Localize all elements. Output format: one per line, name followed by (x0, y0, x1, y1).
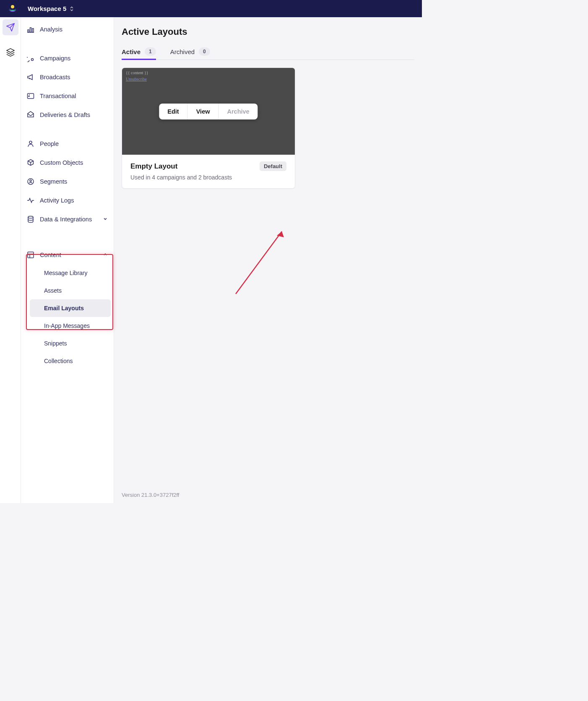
layout-preview: {{ content }} Unsubscribe Edit View Arch… (122, 68, 295, 155)
nav-data-integrations[interactable]: Data & Integrations (21, 210, 114, 228)
nav-custom-objects-label: Custom Objects (40, 159, 83, 166)
layout-card-footer: Empty Layout Default Used in 4 campaigns… (122, 155, 295, 188)
rail-layers[interactable] (3, 44, 18, 60)
nav-campaigns-label: Campaigns (40, 55, 70, 62)
nav-deliveries-label: Deliveries & Drafts (40, 112, 90, 118)
svg-point-0 (11, 5, 14, 8)
nav-message-library[interactable]: Message Library (30, 264, 111, 282)
people-icon (27, 140, 34, 148)
tab-archived[interactable]: Archived 0 (170, 47, 210, 60)
nav-in-app-messages[interactable]: In-App Messages (30, 317, 111, 335)
archive-button[interactable]: Archive (218, 104, 258, 119)
nav-custom-objects[interactable]: Custom Objects (21, 153, 114, 172)
nav-snippets-label: Snippets (44, 340, 67, 347)
segments-icon (27, 178, 34, 185)
nav-analysis[interactable]: Analysis (21, 20, 114, 39)
tab-archived-label: Archived (170, 48, 195, 55)
sidebar: Analysis Campaigns Broadcasts Transactio… (21, 17, 114, 503)
nav-in-app-messages-label: In-App Messages (44, 322, 90, 329)
svg-rect-11 (28, 252, 34, 258)
nav-broadcasts[interactable]: Broadcasts (21, 68, 114, 86)
chevron-down-icon (103, 216, 108, 223)
annotation-arrow-icon (228, 221, 295, 300)
nav-broadcasts-label: Broadcasts (40, 74, 70, 80)
analysis-icon (27, 26, 34, 33)
version-text: Version 21.3.0+3727f2ff (122, 492, 414, 498)
transactional-icon (27, 92, 34, 100)
svg-marker-13 (277, 231, 284, 237)
nav-assets[interactable]: Assets (30, 282, 111, 299)
chevron-up-icon (103, 252, 108, 258)
nav-snippets[interactable]: Snippets (30, 335, 111, 352)
tab-active[interactable]: Active 1 (122, 47, 156, 60)
view-button[interactable]: View (187, 104, 219, 119)
custom-objects-icon (27, 159, 34, 166)
nav-data-integrations-label: Data & Integrations (40, 216, 92, 223)
topbar: Workspace 5 (0, 0, 422, 17)
layout-name: Empty Layout (130, 162, 177, 171)
activity-logs-icon (27, 197, 34, 204)
tab-active-count: 1 (145, 47, 156, 56)
nav-analysis-label: Analysis (40, 26, 62, 33)
nav-assets-label: Assets (44, 287, 62, 294)
nav-email-layouts-label: Email Layouts (44, 305, 84, 312)
nav-people[interactable]: People (21, 134, 114, 153)
nav-activity-logs-label: Activity Logs (40, 197, 74, 204)
nav-people-label: People (40, 140, 59, 147)
rail-send[interactable] (3, 19, 18, 35)
nav-email-layouts[interactable]: Email Layouts (30, 299, 111, 317)
layout-card: {{ content }} Unsubscribe Edit View Arch… (122, 68, 295, 189)
icon-rail (0, 17, 21, 503)
content-icon (27, 251, 34, 259)
svg-point-7 (29, 141, 32, 143)
chevron-updown-icon (70, 6, 74, 11)
default-badge: Default (260, 161, 286, 171)
nav-segments[interactable]: Segments (21, 172, 114, 191)
tabs: Active 1 Archived 0 (122, 47, 414, 60)
workspace-selector[interactable]: Workspace 5 (28, 5, 74, 12)
svg-point-4 (31, 58, 34, 60)
svg-line-12 (236, 231, 282, 294)
svg-point-10 (28, 216, 33, 218)
nav-activity-logs[interactable]: Activity Logs (21, 191, 114, 210)
svg-point-9 (30, 180, 31, 182)
campaigns-icon (27, 55, 34, 62)
page-title: Active Layouts (122, 26, 414, 37)
edit-button[interactable]: Edit (159, 104, 187, 119)
svg-rect-3 (32, 29, 34, 32)
nav-collections-label: Collections (44, 358, 73, 364)
preview-unsubscribe-link: Unsubscribe (126, 77, 291, 81)
layout-usage: Used in 4 campaigns and 2 broadcasts (130, 174, 286, 181)
nav-content[interactable]: Content (21, 245, 114, 264)
nav-transactional-label: Transactional (40, 93, 76, 99)
deliveries-icon (27, 111, 34, 119)
workspace-name: Workspace 5 (28, 5, 66, 12)
nav-message-library-label: Message Library (44, 270, 88, 276)
logo-icon (8, 4, 17, 13)
data-integrations-icon (27, 215, 34, 223)
nav-content-label: Content (40, 252, 61, 258)
broadcasts-icon (27, 73, 34, 81)
nav-deliveries[interactable]: Deliveries & Drafts (21, 105, 114, 124)
nav-transactional[interactable]: Transactional (21, 86, 114, 105)
svg-rect-1 (28, 30, 29, 32)
nav-campaigns[interactable]: Campaigns (21, 49, 114, 68)
nav-segments-label: Segments (40, 178, 67, 185)
preview-content-placeholder: {{ content }} (126, 70, 291, 75)
main-content: Active Layouts Active 1 Archived 0 {{ co… (114, 17, 422, 503)
nav-collections[interactable]: Collections (30, 352, 111, 370)
tab-active-label: Active (122, 48, 140, 55)
svg-rect-2 (30, 28, 31, 32)
svg-rect-6 (29, 96, 29, 96)
layout-actions: Edit View Archive (159, 104, 258, 119)
tab-archived-count: 0 (199, 47, 210, 56)
